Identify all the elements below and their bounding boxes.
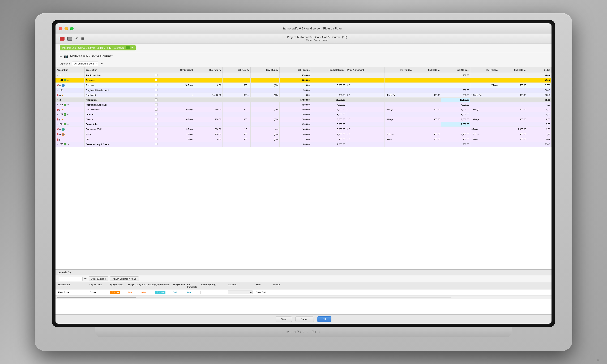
- delete-icon[interactable]: 🗑: [56, 108, 59, 111]
- cell-sell-da: [413, 83, 441, 88]
- eye-icon[interactable]: 👁: [75, 37, 78, 40]
- minimize-button[interactable]: [65, 27, 68, 30]
- row-checkbox[interactable]: [155, 133, 158, 135]
- actuals-header: Actuals (1):: [55, 270, 552, 275]
- delete-icon[interactable]: 🗑: [56, 138, 59, 141]
- actuals-sell-cyan: 0.00: [187, 291, 191, 294]
- cell-sell-b: 300.00: [279, 88, 311, 93]
- row-checkbox[interactable]: [155, 118, 158, 120]
- add-button[interactable]: +: [64, 123, 66, 125]
- attach-selected-actuals-button[interactable]: Attach Selected Actuals: [110, 276, 139, 281]
- row-checkbox[interactable]: [155, 113, 158, 116]
- delete-icon[interactable]: 🗑: [56, 94, 59, 97]
- row-checkbox[interactable]: [155, 94, 158, 96]
- play-icon[interactable]: ▶: [59, 139, 61, 141]
- actuals-eye-icon[interactable]: 👁: [84, 277, 87, 280]
- expand-arrow[interactable]: ▼: [56, 74, 59, 77]
- actuals-buy-date-cell: 0.00: [128, 291, 142, 294]
- expand-arrow[interactable]: ▼: [56, 143, 59, 146]
- row-checkbox[interactable]: [155, 103, 158, 106]
- cell-qty-da: [384, 103, 413, 107]
- close-button[interactable]: [59, 27, 62, 30]
- view-options-icon[interactable]: ☰: [81, 37, 84, 40]
- table-row: ▼ 201 + ÷= Production Assistant 3,800.00…: [55, 103, 552, 107]
- play-icon[interactable]: ▶: [59, 84, 61, 86]
- ok-button[interactable]: OK: [317, 316, 331, 322]
- actuals-col-desc-header: Description: [58, 283, 90, 288]
- cell-buy-r: Fixed 0.00: [194, 93, 223, 98]
- add-button[interactable]: +: [64, 113, 66, 116]
- play-icon[interactable]: ▶: [59, 109, 61, 111]
- row-checkbox[interactable]: [155, 128, 158, 130]
- expand-arrow[interactable]: ▼: [56, 113, 59, 116]
- cell-qty-fo: [470, 122, 499, 127]
- row-checkbox[interactable]: [155, 108, 158, 111]
- delete-icon[interactable]: 🗑: [56, 133, 59, 136]
- expand-arrow[interactable]: ▼: [56, 123, 59, 126]
- cell-qty-da: [384, 127, 413, 132]
- table-row: ▼ 2 Production 17,000.00 21,550.00: [55, 98, 552, 103]
- actuals-account-select[interactable]: [228, 290, 252, 294]
- delete-icon[interactable]: 🗑: [56, 128, 59, 130]
- cell-qty-fo: [470, 142, 499, 147]
- actuals-col-class-header: Object Class: [90, 283, 110, 288]
- save-button[interactable]: Save: [276, 316, 292, 322]
- play-icon[interactable]: ▶: [59, 128, 61, 130]
- actuals-scrollbar[interactable]: [55, 296, 552, 299]
- budget-dropdown-icon[interactable]: ▼: [131, 47, 133, 49]
- row-checkbox[interactable]: [155, 84, 158, 86]
- traffic-lights: [59, 27, 74, 30]
- attach-actuals-button[interactable]: Attach Actuals: [89, 276, 108, 281]
- fullscreen-button[interactable]: [70, 27, 74, 30]
- row-checkbox[interactable]: [155, 98, 158, 101]
- cell-qty-fo: [470, 98, 499, 103]
- cell-buy-b: [251, 88, 279, 93]
- actuals-search-input[interactable]: [58, 277, 82, 281]
- budget-tag[interactable]: Mallorca 365 - Golf & Gourmet (Budget, N…: [60, 45, 136, 51]
- cell-pct: (0%): [251, 132, 279, 137]
- cell-pct: (0%): [251, 137, 279, 142]
- row-checkbox[interactable]: [155, 138, 158, 140]
- play-icon[interactable]: ▶: [59, 119, 61, 121]
- cell-qty-fo: 2 Days: [470, 137, 499, 142]
- expanded-select[interactable]: All Containing Data: [72, 62, 98, 66]
- delete-icon[interactable]: 🗑: [56, 84, 59, 86]
- delete-icon[interactable]: 🗑: [56, 118, 59, 121]
- table-row: 🗑 ▶ 👤 Gaffer 3 Days 300.00 500.... (0%): [55, 132, 552, 137]
- cell-num: 🗑 ▶ ★: [55, 93, 84, 98]
- row-checkbox[interactable]: [155, 74, 158, 76]
- cell-budget-op: [311, 78, 346, 83]
- row-checkbox[interactable]: [155, 123, 158, 125]
- add-button[interactable]: +: [64, 79, 66, 81]
- table-area[interactable]: Account Nr Description Qty (Budget) Buy …: [55, 67, 552, 269]
- expand-arrow[interactable]: ▼: [56, 79, 59, 81]
- actuals-account-entry-input[interactable]: [200, 291, 225, 294]
- play-icon[interactable]: ▶: [59, 94, 61, 96]
- actuals-scrollbar-thumb[interactable]: [57, 297, 136, 298]
- cell-qty-da: [384, 78, 413, 83]
- cell-sell-to: [441, 78, 470, 83]
- project-section-title: Mallorca 365 - Golf & Gourmet: [70, 54, 113, 58]
- cancel-button[interactable]: Cancel: [295, 316, 314, 322]
- expand-arrow[interactable]: ▼: [56, 104, 59, 106]
- row-checkbox[interactable]: [155, 79, 158, 81]
- expand-arrow[interactable]: ▼: [56, 99, 59, 101]
- actuals-data-row: Maria Bayer Editors 0 Hours 0.00 0.00 8 …: [55, 289, 552, 296]
- main-content: Account Nr Description Qty (Budget) Buy …: [55, 67, 552, 324]
- cell-sell-r: 400....: [223, 107, 251, 112]
- cell-check: [154, 122, 164, 127]
- cell-sell-r: [223, 112, 251, 117]
- cell-sell-fo: [499, 98, 527, 103]
- cell-num: ▼ 205 + ÷=: [55, 142, 84, 147]
- expand-eye-icon[interactable]: 👁: [100, 62, 103, 65]
- cell-sell-to: 4,000.00: [441, 103, 470, 107]
- row-checkbox[interactable]: [155, 89, 158, 91]
- expand-arrow[interactable]: ▼: [56, 89, 59, 91]
- play-icon[interactable]: ▶: [59, 133, 61, 135]
- add-button[interactable]: +: [64, 104, 66, 106]
- cell-desc: Gaffer: [84, 132, 154, 137]
- row-checkbox[interactable]: [155, 143, 158, 145]
- add-button[interactable]: +: [64, 143, 66, 145]
- actuals-buy-fc-cell: 0.00: [173, 291, 187, 294]
- macbook-outer: farmerswife 6.8 / local server / Picture…: [35, 13, 572, 351]
